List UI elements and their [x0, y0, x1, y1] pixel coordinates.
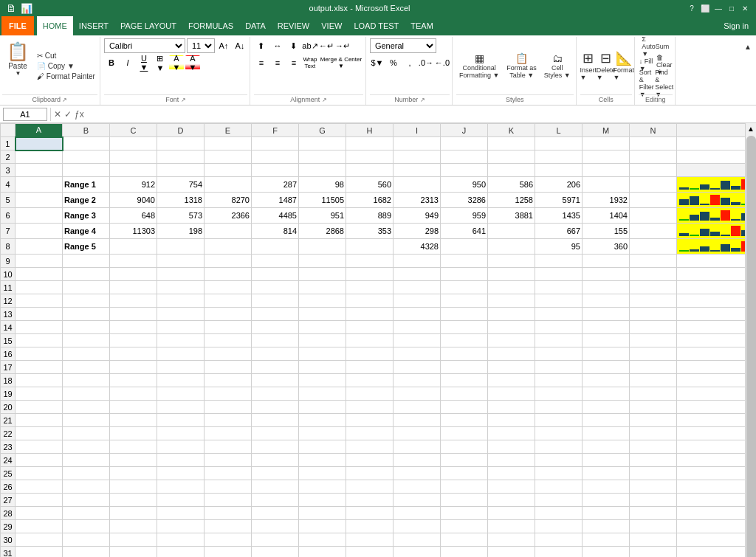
empty-cell-18-9[interactable] [488, 374, 535, 387]
empty-cell-17-4[interactable] [252, 361, 299, 374]
cell-a11[interactable] [16, 281, 63, 294]
empty-cell-12-7[interactable] [394, 294, 441, 308]
empty-cell-13-4[interactable] [252, 308, 299, 321]
empty-cell-28-10[interactable] [535, 507, 583, 520]
view-menu[interactable]: VIEW [315, 16, 348, 35]
cell-a2[interactable] [16, 151, 63, 164]
empty-cell-1-4[interactable] [252, 137, 299, 151]
empty-cell-29-11[interactable] [583, 520, 630, 533]
empty-cell-26-7[interactable] [394, 480, 441, 494]
delete-button[interactable]: ⊟ Delete ▼ [598, 49, 614, 82]
col-m-header[interactable]: M [583, 124, 630, 137]
empty-cell-24-9[interactable] [488, 454, 535, 467]
empty-cell-26-3[interactable] [205, 480, 252, 494]
sign-in[interactable]: Sign in [724, 21, 755, 30]
empty-cell-30-11[interactable] [583, 533, 630, 547]
col-b-header[interactable]: B [63, 124, 110, 137]
empty-cell-10-10[interactable] [535, 268, 583, 281]
empty-cell-29-8[interactable] [441, 520, 488, 533]
cell-e6[interactable]: 2366 [205, 208, 252, 224]
cell-3-9[interactable] [488, 164, 535, 177]
empty-cell-22-4[interactable] [252, 427, 299, 440]
insert-function-icon[interactable]: ƒx [75, 109, 84, 120]
cell-g7[interactable]: 2868 [299, 224, 346, 239]
cell-styles-button[interactable]: 🗂 Cell Styles ▼ [541, 52, 574, 80]
empty-cell-25-13[interactable] [677, 467, 746, 480]
empty-cell-30-4[interactable] [252, 533, 299, 547]
empty-cell-27-11[interactable] [583, 494, 630, 507]
empty-cell-31-8[interactable] [441, 547, 488, 558]
empty-cell-18-8[interactable] [441, 374, 488, 387]
cell-a21[interactable] [16, 414, 63, 427]
empty-cell-31-4[interactable] [252, 547, 299, 558]
empty-cell-27-8[interactable] [441, 494, 488, 507]
empty-cell-30-1[interactable] [110, 533, 157, 547]
empty-cell-21-9[interactable] [488, 414, 535, 427]
empty-cell-19-12[interactable] [630, 387, 677, 401]
number-format-select[interactable]: General [370, 38, 436, 53]
empty-cell-16-11[interactable] [583, 347, 630, 361]
cell-b4[interactable]: Range 1 [63, 177, 110, 193]
empty-cell-13-2[interactable] [157, 308, 205, 321]
empty-cell-12-11[interactable] [583, 294, 630, 308]
copy-button[interactable]: 📄 Copy ▼ [35, 61, 97, 71]
cell-l6[interactable]: 1435 [535, 208, 583, 224]
empty-cell-9-7[interactable] [394, 255, 441, 268]
empty-cell-22-5[interactable] [299, 427, 346, 440]
cell-3-7[interactable] [394, 164, 441, 177]
empty-cell-1-7[interactable] [394, 137, 441, 151]
cell-a31[interactable] [16, 547, 63, 558]
empty-cell-27-9[interactable] [488, 494, 535, 507]
empty-cell-9-1[interactable] [110, 255, 157, 268]
empty-cell-19-1[interactable] [110, 387, 157, 401]
cell-g8[interactable] [299, 239, 346, 255]
home-menu[interactable]: HOME [37, 16, 73, 35]
empty-cell-29-1[interactable] [110, 520, 157, 533]
empty-cell-29-9[interactable] [488, 520, 535, 533]
empty-cell-12-5[interactable] [299, 294, 346, 308]
col-j-header[interactable]: J [441, 124, 488, 137]
border-button[interactable]: ⊞ ▼ [153, 55, 168, 70]
cell-o8[interactable] [630, 239, 677, 255]
empty-cell-9-3[interactable] [205, 255, 252, 268]
empty-cell-19-7[interactable] [394, 387, 441, 401]
empty-cell-14-12[interactable] [630, 321, 677, 334]
cell-b5[interactable]: Range 2 [63, 193, 110, 208]
cell-m7[interactable]: 155 [583, 224, 630, 239]
cell-c4[interactable]: 912 [110, 177, 157, 193]
empty-cell-19-5[interactable] [299, 387, 346, 401]
empty-cell-28-2[interactable] [157, 507, 205, 520]
empty-cell-17-6[interactable] [346, 361, 394, 374]
team-menu[interactable]: TEAM [405, 16, 439, 35]
empty-cell-21-1[interactable] [110, 414, 157, 427]
col-l-header[interactable]: L [535, 124, 583, 137]
empty-cell-14-9[interactable] [488, 321, 535, 334]
cell-3-8[interactable] [441, 164, 488, 177]
empty-cell-10-0[interactable] [63, 268, 110, 281]
help-icon[interactable]: ? [687, 3, 697, 13]
empty-cell-10-2[interactable] [157, 268, 205, 281]
empty-cell-12-12[interactable] [630, 294, 677, 308]
page-layout-menu[interactable]: PAGE LAYOUT [114, 16, 182, 35]
empty-cell-31-0[interactable] [63, 547, 110, 558]
close-button[interactable]: ✕ [740, 3, 750, 13]
empty-cell-2-10[interactable] [535, 151, 583, 164]
empty-cell-25-10[interactable] [535, 467, 583, 480]
empty-cell-11-13[interactable] [677, 281, 746, 294]
cell-l5[interactable]: 5971 [535, 193, 583, 208]
empty-cell-22-8[interactable] [441, 427, 488, 440]
format-painter-button[interactable]: 🖌 Format Painter [35, 72, 97, 81]
empty-cell-10-4[interactable] [252, 268, 299, 281]
cell-d6[interactable]: 573 [157, 208, 205, 224]
empty-cell-12-10[interactable] [535, 294, 583, 308]
empty-cell-13-10[interactable] [535, 308, 583, 321]
cell-a24[interactable] [16, 454, 63, 467]
empty-cell-2-6[interactable] [346, 151, 394, 164]
cell-e8[interactable] [205, 239, 252, 255]
empty-cell-23-9[interactable] [488, 440, 535, 454]
empty-cell-20-3[interactable] [205, 401, 252, 414]
empty-cell-11-10[interactable] [535, 281, 583, 294]
empty-cell-21-10[interactable] [535, 414, 583, 427]
empty-cell-24-8[interactable] [441, 454, 488, 467]
cell-a4[interactable] [16, 177, 63, 193]
